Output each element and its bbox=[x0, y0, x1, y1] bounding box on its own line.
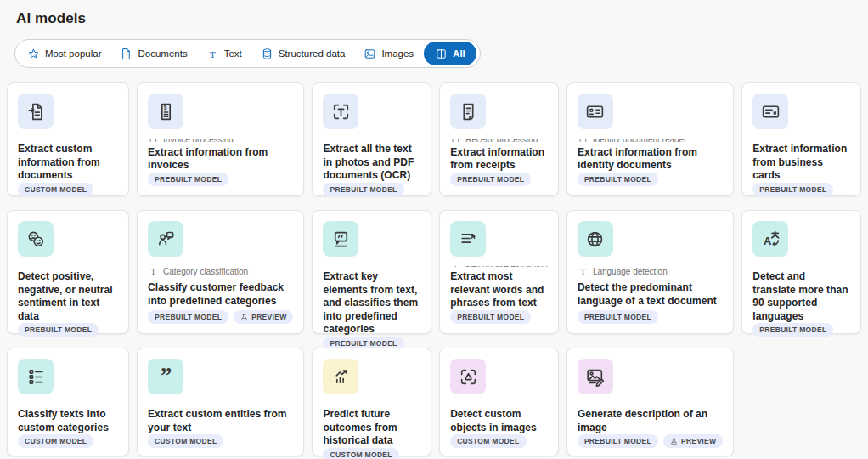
receipt-icon bbox=[458, 101, 479, 122]
model-badge: PREBUILT MODEL bbox=[578, 434, 658, 448]
filter-text[interactable]: TText bbox=[197, 40, 251, 67]
model-badge: PREBUILT MODEL bbox=[450, 310, 531, 324]
model-badge: PREBUILT MODEL bbox=[450, 173, 531, 186]
model-badge-label: PREBUILT MODEL bbox=[584, 437, 651, 445]
model-tile bbox=[323, 94, 358, 129]
model-badge: PREBUILT MODEL bbox=[752, 323, 833, 337]
model-badge: PREBUILT MODEL bbox=[148, 173, 228, 186]
model-badge: CUSTOM MODEL bbox=[18, 434, 93, 448]
model-tile bbox=[578, 94, 613, 129]
model-category: Invoice processing bbox=[148, 139, 293, 142]
model-title: Classify texts into custom categories bbox=[18, 408, 118, 434]
business-card-icon bbox=[760, 101, 781, 122]
model-badges: CUSTOM MODEL bbox=[148, 434, 293, 448]
model-card[interactable]: Business card reader Extract information… bbox=[741, 82, 861, 196]
model-badges: PREBUILT MODEL bbox=[18, 323, 118, 337]
model-badges: PREBUILT MODEL bbox=[752, 323, 850, 337]
model-badge: CUSTOM MODEL bbox=[450, 434, 526, 448]
model-card[interactable]: Image description Generate description o… bbox=[566, 348, 734, 456]
model-tile bbox=[323, 359, 358, 394]
model-title: Extract key elements from text, and clas… bbox=[323, 270, 420, 337]
model-badge: PREVIEW bbox=[663, 434, 723, 448]
page-icon bbox=[578, 139, 589, 142]
model-badge: CUSTOM MODEL bbox=[148, 434, 223, 448]
svg-text:$: $ bbox=[163, 105, 166, 111]
model-category-label: Language detection bbox=[593, 267, 668, 276]
filter-structured-data[interactable]: Structured data bbox=[251, 40, 355, 67]
quotes-icon: ” bbox=[155, 366, 177, 388]
page-icon bbox=[450, 139, 461, 142]
model-title: Extract information from invoices bbox=[148, 146, 293, 173]
model-title: Extract information from identity docume… bbox=[578, 146, 723, 173]
model-category: T Language detection bbox=[578, 266, 723, 277]
model-badge: PREBUILT MODEL bbox=[148, 310, 228, 324]
model-tile bbox=[18, 94, 54, 129]
model-card[interactable]: Identity document reader Extract informa… bbox=[566, 82, 734, 196]
model-card[interactable]: Text recognition Extract all the text in… bbox=[312, 82, 431, 196]
model-title: Extract most relevant words and phrases … bbox=[450, 270, 548, 310]
image-icon bbox=[364, 48, 376, 60]
model-card[interactable]: T Category classification Classify custo… bbox=[137, 210, 304, 334]
model-card[interactable]: A T Text translation Detect and translat… bbox=[741, 210, 861, 334]
model-tile: ” bbox=[148, 359, 183, 394]
object-detect-icon bbox=[458, 366, 479, 388]
model-badge: PREBUILT MODEL bbox=[578, 173, 658, 186]
model-title: Extract information from business cards bbox=[752, 143, 850, 183]
model-card[interactable]: Object detection Detect custom objects i… bbox=[439, 348, 559, 456]
model-badge-label: PREBUILT MODEL bbox=[155, 175, 222, 184]
invoice-icon: $ bbox=[155, 101, 177, 122]
letter-t-icon: T bbox=[148, 266, 159, 277]
model-title: Extract all the text in photos and PDF d… bbox=[323, 143, 420, 183]
model-category: Receipt processing bbox=[450, 139, 548, 142]
model-card[interactable]: T Category classification Classify texts… bbox=[7, 348, 129, 456]
filter-images[interactable]: Images bbox=[354, 40, 423, 67]
model-badge: PREBUILT MODEL bbox=[578, 310, 658, 324]
model-category-label: Identity document reader bbox=[593, 139, 687, 142]
page-title: AI models bbox=[0, 0, 868, 27]
filter-documents[interactable]: Documents bbox=[110, 40, 196, 67]
person-chat-icon bbox=[155, 229, 177, 250]
model-title: Generate description of an image bbox=[578, 408, 723, 434]
model-card[interactable]: T Sentiment analysis Detect positive, ne… bbox=[7, 210, 129, 334]
model-card[interactable]: T Key phrase extraction Extract most rel… bbox=[439, 210, 559, 334]
model-card[interactable]: T Language detection Detect the predomin… bbox=[566, 210, 734, 334]
model-badge-label: PREBUILT MODEL bbox=[457, 175, 524, 184]
model-badge-label: PREBUILT MODEL bbox=[457, 313, 524, 321]
model-tile bbox=[450, 221, 486, 257]
model-category: Identity document reader bbox=[578, 139, 723, 142]
model-card[interactable]: Document processing Extract custom infor… bbox=[7, 82, 129, 196]
model-badges: PREBUILT MODEL bbox=[578, 310, 723, 324]
model-tile bbox=[18, 359, 54, 394]
model-badge: PREVIEW bbox=[234, 310, 293, 324]
model-tile bbox=[578, 221, 613, 257]
model-tile bbox=[148, 221, 183, 257]
model-title: Extract custom information from document… bbox=[18, 143, 118, 183]
model-badge-label: PREBUILT MODEL bbox=[25, 326, 92, 334]
model-title: Extract information from receipts bbox=[450, 146, 548, 173]
model-badges: PREBUILT MODEL bbox=[578, 173, 723, 186]
model-card[interactable]: $ Invoice processing Extract information… bbox=[137, 82, 304, 196]
svg-text:T: T bbox=[151, 267, 156, 276]
globe-icon bbox=[584, 229, 606, 250]
beaker-icon bbox=[670, 438, 678, 445]
model-category-label: Receipt processing bbox=[465, 139, 538, 142]
filter-label: All bbox=[453, 48, 465, 59]
document-icon bbox=[120, 48, 132, 60]
model-card[interactable]: Receipt processing Extract information f… bbox=[439, 82, 559, 196]
model-tile bbox=[752, 94, 788, 129]
svg-text:T: T bbox=[210, 48, 216, 59]
model-badges: PREBUILT MODEL bbox=[450, 173, 548, 186]
filter-label: Images bbox=[381, 48, 414, 59]
model-card[interactable]: T Entity extraction Extract key elements… bbox=[312, 210, 431, 334]
filter-most-popular[interactable]: Most popular bbox=[18, 40, 110, 67]
model-card[interactable]: ” T Entity extraction Extract custom ent… bbox=[137, 348, 304, 456]
filter-all[interactable]: All bbox=[424, 42, 476, 65]
id-card-icon bbox=[584, 101, 606, 122]
model-badges: CUSTOM MODEL bbox=[323, 448, 420, 459]
model-badges: CUSTOM MODEL bbox=[18, 434, 118, 448]
model-tile: $ bbox=[148, 94, 183, 129]
ocr-icon bbox=[330, 101, 352, 122]
model-tile: A bbox=[752, 221, 788, 257]
model-card[interactable]: Prediction Predict future outcomes from … bbox=[312, 348, 431, 456]
checklist-icon bbox=[25, 366, 47, 388]
